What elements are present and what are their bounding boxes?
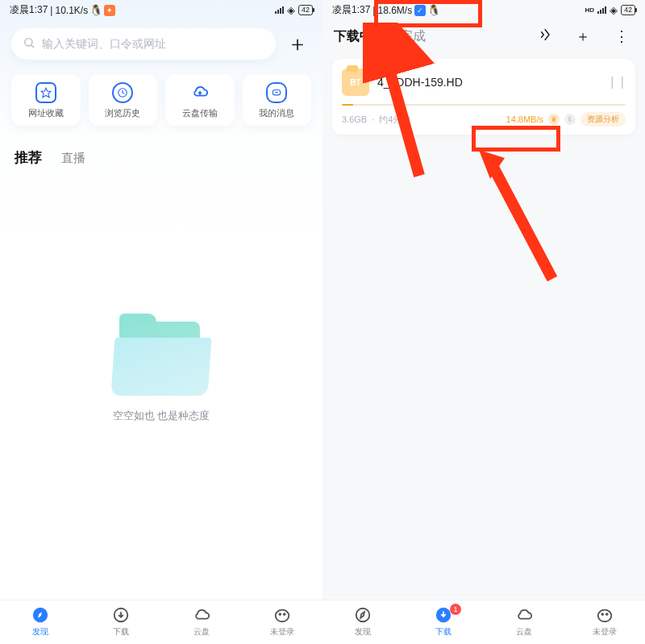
svg-point-17 <box>606 613 608 615</box>
quick-bookmarks[interactable]: 网址收藏 <box>11 74 81 126</box>
speed-badge-icon: ♛ <box>548 114 560 125</box>
resource-analyze-button[interactable]: 资源分析 <box>580 112 626 127</box>
svg-point-10 <box>279 613 281 615</box>
tab-discover[interactable]: 发现 <box>322 605 403 638</box>
status-net-speed: 10.1K/s <box>55 5 88 16</box>
tab-cloud[interactable]: 云盘 <box>484 605 564 638</box>
download-task[interactable]: BT 4_3DDH-159.HD | | 3.6GB · 约4分钟 14.8MB… <box>332 59 635 135</box>
empty-folder-icon <box>113 314 210 394</box>
message-icon <box>266 82 287 103</box>
link-badge-icon: ⥮ <box>564 114 576 125</box>
search-icon <box>23 36 35 52</box>
svg-point-16 <box>601 613 603 615</box>
star-icon <box>35 82 56 103</box>
svg-marker-13 <box>360 612 364 617</box>
left-phone: 凌晨1:37 | 10.1K/s 🐧 ✦ ◈ 42 输入关键词、口令或网址 ＋ … <box>0 0 322 644</box>
battery-icon: 42 <box>298 5 313 15</box>
more-icon[interactable]: ⋮ <box>610 27 634 45</box>
status-bar: 凌晨1:37 | 18.6M/s ✓ 🐧 HD ◈ 42 <box>322 0 645 19</box>
empty-text: 空空如也 也是种态度 <box>113 409 210 423</box>
tab-download[interactable]: 1 下载 <box>403 605 484 638</box>
quick-cloud[interactable]: 云盘传输 <box>165 74 235 126</box>
notify-icon[interactable] <box>532 27 556 46</box>
qq-icon: 🐧 <box>428 5 439 16</box>
signal-icon <box>597 6 606 14</box>
download-header: 下载中1 已完成 ＋ ⋮ <box>322 19 645 54</box>
svg-point-0 <box>25 39 32 46</box>
app-icon: ✓ <box>414 5 426 16</box>
download-icon <box>111 605 131 625</box>
qq-icon: 🐧 <box>90 5 102 16</box>
search-placeholder: 输入关键词、口令或网址 <box>42 37 166 52</box>
svg-point-11 <box>284 613 285 615</box>
discover-icon <box>353 605 372 625</box>
bottom-tabbar: 发现 下载 云盘 未登录 <box>0 600 322 644</box>
empty-state: 空空如也 也是种态度 <box>0 173 322 644</box>
svg-point-9 <box>276 610 289 622</box>
progress-bar <box>342 104 626 106</box>
tab-download[interactable]: 下载 <box>81 605 161 638</box>
svg-line-1 <box>31 45 34 48</box>
cloud-icon <box>192 605 211 625</box>
tab-discover[interactable]: 发现 <box>0 605 81 638</box>
add-button[interactable]: ＋ <box>571 27 595 46</box>
wifi-icon: ◈ <box>610 4 618 16</box>
pause-button[interactable]: | | <box>610 75 626 89</box>
tab-recommend[interactable]: 推荐 <box>15 148 42 167</box>
tab-profile[interactable]: 未登录 <box>564 605 645 638</box>
hd-icon: HD <box>585 6 594 14</box>
tab-downloading[interactable]: 下载中1 <box>334 28 372 45</box>
bottom-tabbar: 发现 1 下载 云盘 未登录 <box>322 600 645 644</box>
status-net-speed: 18.6M/s <box>377 5 412 16</box>
app-icon: ✦ <box>104 5 115 16</box>
cloud-icon <box>514 605 534 625</box>
svg-point-15 <box>598 610 612 622</box>
tab-done[interactable]: 已完成 <box>387 28 426 45</box>
status-time: 凌晨1:37 <box>10 3 48 17</box>
signal-icon <box>275 6 284 14</box>
quick-history[interactable]: 浏览历史 <box>89 74 158 126</box>
task-size: 3.6GB <box>342 114 367 124</box>
add-button[interactable]: ＋ <box>284 30 311 58</box>
cloud-transfer-icon <box>189 82 210 103</box>
task-filename: 4_3DDH-159.HD <box>377 76 602 89</box>
profile-icon <box>595 605 614 625</box>
tab-profile[interactable]: 未登录 <box>242 605 322 638</box>
clock-icon <box>112 82 133 103</box>
bt-file-icon: BT <box>342 69 369 96</box>
task-eta: 约4分钟 <box>379 114 410 126</box>
tab-cloud[interactable]: 云盘 <box>161 605 242 638</box>
profile-icon <box>273 605 292 625</box>
discover-icon <box>31 605 50 625</box>
status-bar: 凌晨1:37 | 10.1K/s 🐧 ✦ ◈ 42 <box>0 0 322 19</box>
battery-icon: 42 <box>621 5 635 15</box>
badge-count: 1 <box>450 604 461 615</box>
status-time: 凌晨1:37 <box>332 3 370 17</box>
svg-marker-2 <box>41 88 51 98</box>
wifi-icon: ◈ <box>287 4 295 16</box>
quick-messages[interactable]: 我的消息 <box>243 74 312 126</box>
search-input[interactable]: 输入关键词、口令或网址 <box>11 28 276 60</box>
svg-point-12 <box>356 609 370 622</box>
tab-live[interactable]: 直播 <box>61 151 85 166</box>
task-speed: 14.8MB/s <box>506 114 543 124</box>
right-phone: 凌晨1:37 | 18.6M/s ✓ 🐧 HD ◈ 42 下载中1 已完成 ＋ … <box>322 0 645 644</box>
content-tabs: 推荐 直播 <box>0 137 322 173</box>
